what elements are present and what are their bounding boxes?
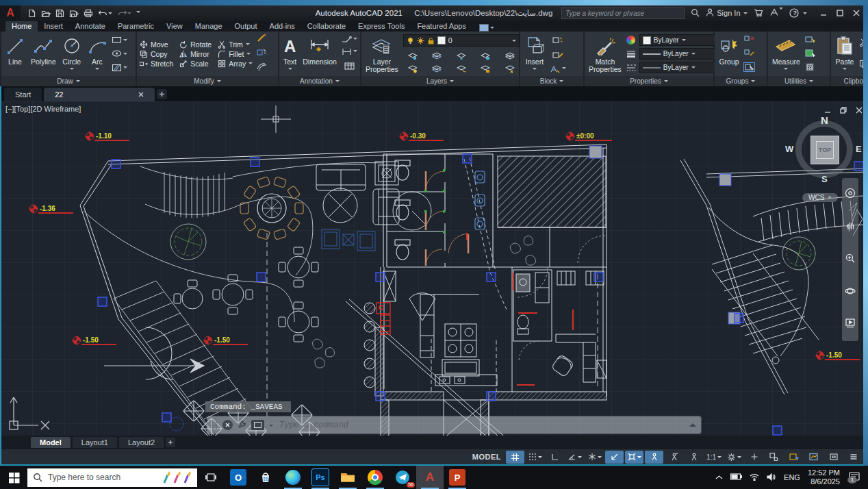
orbit-icon[interactable] [845,286,856,299]
new-drawing-icon[interactable] [27,9,36,18]
ribbon-tab-collaborate[interactable]: Collaborate [301,21,352,32]
save-icon[interactable] [55,9,64,18]
ribbon-tab-manage[interactable]: Manage [189,21,229,32]
customization-menu-button[interactable] [844,451,863,464]
tray-expand-icon[interactable] [715,473,723,481]
create-block-icon[interactable] [552,34,563,47]
sign-in-button[interactable]: Sign In [706,8,747,18]
layer-properties-button[interactable]: Layer Properties [364,33,400,75]
ribbon-tab-featured-apps[interactable]: Featured Apps [411,21,472,32]
edge-icon[interactable] [279,466,307,489]
layer-stack-icon[interactable] [505,52,515,60]
insert-block-button[interactable]: Insert [523,33,546,75]
ribbon-tab-parametric[interactable]: Parametric [112,21,160,32]
move-tool[interactable]: Move [140,40,173,49]
clean-screen-button[interactable] [824,451,843,464]
ribbon-tab-home[interactable]: Home [5,21,38,32]
lineweight-dropdown[interactable]: ByLayer [639,48,727,60]
qat-customize-icon[interactable] [136,11,140,15]
panel-label-utilities[interactable]: Utilities [768,76,830,86]
viewcube-west[interactable]: W [785,144,793,154]
quick-select-icon[interactable] [805,34,815,46]
autodesk-app-icon[interactable] [769,8,783,18]
sign-in-dropdown[interactable] [743,12,748,16]
leader-tool[interactable] [342,36,357,43]
measure-button[interactable]: Measure [771,33,802,75]
hatch-tool[interactable] [112,64,127,72]
file-tab-start[interactable]: Start [4,88,42,101]
scale-tool[interactable]: Scale [179,60,212,68]
dim-linear-tool[interactable] [342,48,357,55]
clock[interactable]: 12:52 PM8/6/2025 [808,468,840,486]
select-all-icon[interactable] [805,47,815,60]
annotation-autoscale-toggle[interactable] [665,451,683,464]
search-icon[interactable] [691,8,700,18]
grid-display-toggle[interactable] [506,451,524,464]
open-icon[interactable] [41,9,51,18]
table-tool[interactable] [344,60,355,73]
drawing-restore-icon[interactable] [840,104,847,116]
layer-freeze-icon[interactable] [457,52,466,60]
edit-block-icon[interactable] [552,49,563,62]
command-icon[interactable] [251,420,264,430]
layer-prev-icon[interactable] [481,65,490,73]
new-tab-button[interactable] [157,89,167,99]
new-layout-button[interactable] [166,438,175,447]
command-input[interactable] [278,420,685,431]
full-navigation-wheel-icon[interactable] [845,188,856,201]
group-edit-icon[interactable] [744,47,754,60]
wifi-icon[interactable] [750,473,759,482]
command-drag-handle[interactable] [212,422,218,429]
match-properties-button[interactable]: Match Properties [587,33,623,75]
object-snap-toggle[interactable] [625,451,643,464]
ribbon-tab-express-tools[interactable]: Express Tools [352,21,411,32]
ribbon-tab-insert[interactable]: Insert [38,21,69,32]
viewport-controls-label[interactable]: [−][Top][2D Wireframe] [5,105,81,113]
layer-walk-icon[interactable] [505,65,515,73]
save-as-icon[interactable] [69,9,79,18]
autocad-logo-icon[interactable]: A [0,5,21,21]
layer-off-icon[interactable] [408,65,418,73]
text-tool[interactable]: AText [282,33,298,75]
photoshop-icon[interactable]: Ps [307,466,334,489]
layer-match-icon[interactable] [432,65,442,73]
group-select-icon[interactable] [744,62,754,74]
object-snap-tracking-toggle[interactable] [605,451,624,464]
array-tool[interactable]: Array [218,60,253,68]
layer-dropdown-arrow[interactable] [512,40,516,44]
layer-current-icon[interactable] [457,65,466,73]
layout-tab-model[interactable]: Model [31,437,71,448]
rotate-tool[interactable]: Rotate [179,40,212,49]
command-customize-icon[interactable] [238,419,246,431]
drawing-canvas[interactable]: [−][Top][2D Wireframe] N W E S TOP WCS -… [0,101,868,436]
annotation-scale-icon[interactable] [685,451,703,464]
arc-tool[interactable]: Arc [86,33,108,75]
ribbon-tab-view[interactable]: View [160,21,189,32]
undo-icon[interactable] [98,9,112,17]
polyline-tool[interactable]: Polyline [29,33,58,75]
command-bar[interactable] [207,416,701,434]
panel-label-clipboard[interactable]: Clipboard [831,76,868,86]
showmotion-icon[interactable] [845,318,856,331]
autocad-taskbar-icon[interactable]: A [416,466,444,489]
ribbon-display-toggle[interactable] [479,24,494,32]
viewcube-east[interactable]: E [856,144,862,154]
isolate-objects-button[interactable] [765,451,783,464]
offset-tool[interactable] [256,62,267,74]
wcs-dropdown[interactable]: WCS [802,193,838,202]
panel-label-annotation[interactable]: Annotation [279,76,360,86]
viewcube[interactable]: N W E S TOP [791,116,857,182]
language-indicator[interactable]: ENG [784,473,800,481]
ungroup-icon[interactable] [744,34,754,46]
file-explorer-icon[interactable] [334,466,361,489]
explode-tool[interactable] [256,47,267,60]
viewcube-north[interactable]: N [821,114,828,126]
file-tab-drawing[interactable]: 22 [44,88,155,101]
group-button[interactable]: Group [717,33,741,75]
annotation-scale-dropdown[interactable]: 1:1 [704,451,724,464]
panel-label-block[interactable]: Block [520,76,583,86]
chrome-icon[interactable] [361,466,389,489]
ribbon-tab-addins[interactable]: Add-ins [264,21,301,32]
help-search-input[interactable] [561,8,685,19]
layer-lock-icon[interactable] [481,52,490,60]
